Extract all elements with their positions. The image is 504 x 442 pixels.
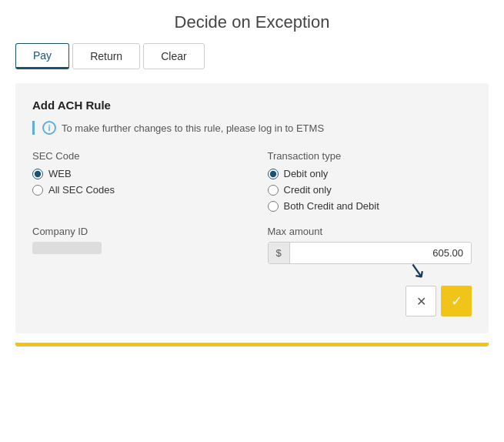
form-row-top: SEC Code WEB All SEC Codes Transaction t… (32, 150, 472, 212)
sec-code-col: SEC Code WEB All SEC Codes (32, 150, 237, 212)
radio-all-sec-label: All SEC Codes (48, 184, 115, 196)
info-bar: i To make further changes to this rule, … (32, 121, 472, 135)
radio-credit-only-input[interactable] (268, 185, 279, 196)
max-amount-col: Max amount $ (268, 226, 472, 264)
radio-debit-only-label: Debit only (284, 168, 329, 179)
transaction-type-col: Transaction type Debit only Credit only … (268, 150, 472, 212)
radio-both-input[interactable] (268, 201, 279, 212)
company-id-label: Company ID (32, 226, 237, 237)
radio-all-sec-input[interactable] (32, 185, 43, 196)
company-id-col: Company ID (32, 226, 237, 256)
radio-web[interactable]: WEB (32, 168, 237, 179)
radio-web-input[interactable] (32, 169, 43, 179)
radio-both-label: Both Credit and Debit (284, 200, 379, 212)
transaction-type-label: Transaction type (268, 150, 472, 162)
info-icon: i (42, 121, 56, 135)
transaction-type-radio-group: Debit only Credit only Both Credit and D… (268, 168, 472, 212)
cancel-button[interactable]: ✕ (406, 286, 436, 316)
tab-bar: Pay Return Clear (15, 43, 489, 69)
tab-clear[interactable]: Clear (143, 43, 204, 69)
add-ach-rule-card: Add ACH Rule i To make further changes t… (15, 83, 489, 333)
action-buttons-row: ↘ ✕ ✓ (32, 286, 472, 316)
amount-input-row: $ (268, 242, 472, 264)
radio-credit-only-label: Credit only (284, 184, 332, 196)
info-message: To make further changes to this rule, pl… (62, 122, 324, 134)
bottom-accent-bar (15, 343, 489, 347)
max-amount-input[interactable] (290, 243, 471, 263)
sec-code-label: SEC Code (32, 150, 237, 162)
company-id-value (32, 242, 102, 254)
tab-pay[interactable]: Pay (15, 43, 69, 69)
radio-both[interactable]: Both Credit and Debit (268, 200, 472, 212)
card-title: Add ACH Rule (32, 99, 472, 112)
page-wrapper: Decide on Exception Pay Return Clear Add… (0, 0, 504, 442)
radio-web-label: WEB (48, 168, 72, 179)
radio-credit-only[interactable]: Credit only (268, 184, 472, 196)
tab-return[interactable]: Return (72, 43, 140, 69)
dollar-sign: $ (269, 243, 290, 263)
radio-all-sec[interactable]: All SEC Codes (32, 184, 237, 196)
confirm-button[interactable]: ✓ (441, 286, 472, 316)
sec-code-radio-group: WEB All SEC Codes (32, 168, 237, 196)
page-title: Decide on Exception (15, 8, 489, 32)
form-row-bottom: Company ID Max amount $ (32, 226, 472, 264)
radio-debit-only[interactable]: Debit only (268, 168, 472, 179)
arrow-indicator: ↘ (406, 256, 427, 283)
radio-debit-only-input[interactable] (268, 169, 279, 179)
max-amount-label: Max amount (268, 226, 472, 237)
